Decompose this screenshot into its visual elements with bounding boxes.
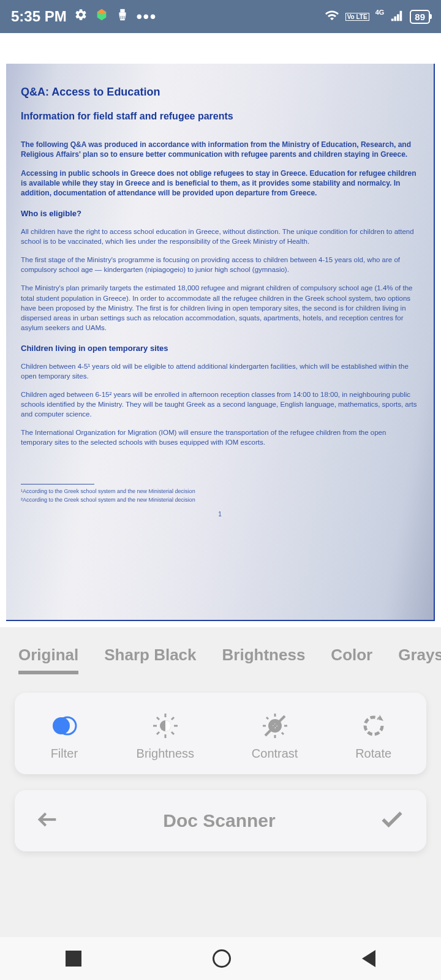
status-time: 5:35 PM (11, 8, 67, 25)
recent-apps-button[interactable] (66, 951, 81, 967)
doc-section2-p2: Children aged between 6-15² years will b… (21, 390, 419, 419)
doc-section2-p3: The International Organization for Migra… (21, 428, 419, 447)
footnote-1: ¹According to the Greek school system an… (21, 488, 419, 496)
status-left: 5:35 PM ••• (11, 7, 157, 26)
document-preview-area: Q&A: Access to Education Information for… (0, 33, 441, 627)
svg-line-13 (157, 732, 159, 734)
filter-tab-brightness[interactable]: Brightness (222, 646, 306, 674)
doc-intro-1: The following Q&A was produced in accord… (21, 140, 419, 159)
doc-section1-heading: Who is eligible? (21, 209, 419, 219)
cleaner-icon (116, 8, 129, 25)
app-title: Doc Scanner (163, 810, 275, 831)
footnote-rule (21, 484, 94, 484)
tool-filter[interactable]: Filter (50, 711, 79, 761)
tools-panel: Filter Brightness + Contrast Rotate (15, 693, 426, 774)
svg-line-14 (172, 717, 174, 720)
status-right: Vo LTE 4G 89 (325, 8, 430, 26)
confirm-button[interactable] (379, 806, 405, 835)
status-bar: 5:35 PM ••• Vo LTE 4G 89 (0, 0, 441, 33)
signal-icon (390, 9, 404, 25)
battery-indicator: 89 (410, 10, 430, 24)
doc-section2-heading: Children living in open temporary sites (21, 344, 419, 354)
tool-rotate-label: Rotate (355, 747, 391, 761)
doc-section1-p2: The first stage of the Ministry's progra… (21, 255, 419, 274)
rotate-icon (359, 711, 388, 741)
brightness-icon (151, 711, 180, 741)
app-icon (95, 8, 108, 25)
android-nav-bar (0, 937, 441, 980)
filter-tab-grayscale[interactable]: Grayscale (398, 646, 441, 674)
back-nav-button[interactable] (362, 950, 375, 967)
bottom-action-bar: Doc Scanner (15, 790, 426, 851)
svg-rect-0 (120, 9, 124, 13)
network-type: 4G (375, 9, 385, 16)
filter-tabs-row: Original Sharp Black Brightness Color Gr… (0, 627, 441, 685)
scanned-document-page[interactable]: Q&A: Access to Education Information for… (6, 64, 435, 621)
contrast-icon: + (260, 711, 290, 741)
wifi-icon (325, 8, 339, 26)
tool-brightness-label: Brightness (137, 747, 195, 761)
back-button[interactable] (36, 807, 60, 834)
svg-line-22 (282, 733, 284, 734)
svg-line-11 (157, 717, 159, 720)
svg-line-21 (266, 717, 268, 719)
overflow-icon: ••• (137, 7, 157, 26)
svg-line-12 (172, 732, 174, 734)
doc-section1-p3: The Ministry's plan primarily targets th… (21, 283, 419, 332)
tool-filter-label: Filter (51, 747, 78, 761)
doc-title: Q&A: Access to Education (21, 85, 419, 99)
settings-icon (74, 8, 88, 25)
filter-tab-sharpblack[interactable]: Sharp Black (104, 646, 196, 674)
doc-intro-2: Accessing in public schools in Greece do… (21, 169, 419, 198)
tool-brightness[interactable]: Brightness (137, 711, 195, 761)
tool-rotate[interactable]: Rotate (355, 711, 391, 761)
filter-icon (50, 711, 79, 741)
volte-icon: Vo LTE (345, 13, 369, 21)
filter-tab-color[interactable]: Color (331, 646, 372, 674)
filter-tab-original[interactable]: Original (18, 646, 78, 674)
doc-section1-p1: All children have the right to access sc… (21, 227, 419, 246)
tool-contrast[interactable]: + Contrast (252, 711, 298, 761)
footnote-2: ²According to the Greek school system an… (21, 497, 419, 504)
page-number: 1 (21, 510, 419, 518)
doc-subtitle: Information for field staff and refugee … (21, 110, 419, 123)
tool-contrast-label: Contrast (252, 747, 298, 761)
home-button[interactable] (213, 949, 231, 968)
doc-section2-p1: Children between 4-5¹ years old will be … (21, 361, 419, 381)
